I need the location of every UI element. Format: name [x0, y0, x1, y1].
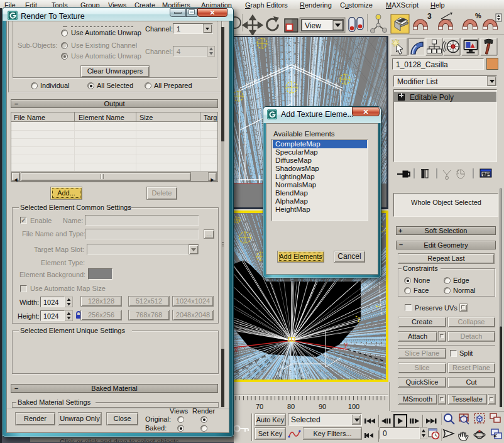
svg-text:View: View [305, 21, 321, 30]
svg-text:100: 100 [348, 403, 359, 410]
svg-text:3: 3 [427, 12, 432, 21]
svg-text:y: y [344, 341, 348, 348]
svg-text:90: 90 [319, 403, 326, 410]
svg-text:%: % [475, 12, 481, 19]
svg-text:70: 70 [256, 403, 263, 410]
svg-text:x: x [234, 346, 238, 353]
svg-text:80: 80 [287, 403, 295, 410]
